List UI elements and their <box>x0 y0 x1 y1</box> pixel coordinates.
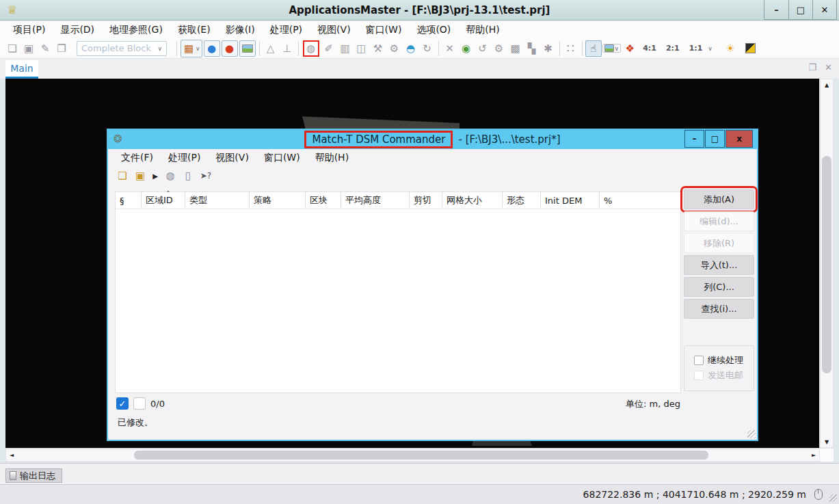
dialog-menu-process[interactable]: 处理(P) <box>161 152 208 164</box>
table-header-row: § 区域ID ˆ 类型 策略 区块 平均高度 剪切 网格大小 形态 Init D… <box>116 192 680 209</box>
minimize-button[interactable]: – <box>764 0 788 19</box>
table-body[interactable] <box>116 209 680 393</box>
scroll-up-icon[interactable]: ▲ <box>821 79 833 90</box>
col-grid-size[interactable]: 网格大小 <box>442 192 503 209</box>
col-type[interactable]: 类型 <box>185 192 250 209</box>
image-view-icon[interactable] <box>239 40 256 57</box>
menu-project[interactable]: 项目(P) <box>5 24 53 36</box>
toolbar-separator <box>176 41 177 56</box>
col-strategy[interactable]: 策略 <box>250 192 306 209</box>
plumb-icon: ⊥ <box>279 40 295 57</box>
pan-hand-icon[interactable]: ☝ <box>585 40 602 57</box>
continue-processing-checkbox[interactable] <box>694 356 704 365</box>
scroll-right-icon[interactable]: ► <box>808 449 819 461</box>
chevron-down-icon[interactable]: ∨ <box>157 45 162 52</box>
dialog-maximize-button[interactable]: □ <box>705 130 725 148</box>
col-clip[interactable]: 剪切 <box>410 192 442 209</box>
save-project-icon[interactable]: ▣ <box>21 40 37 57</box>
menu-process[interactable]: 处理(P) <box>263 24 310 36</box>
copy-image-icon[interactable]: ❐ <box>53 40 70 57</box>
open-project-icon[interactable]: ❏ <box>4 40 21 57</box>
menu-view[interactable]: 视图(V) <box>310 24 358 36</box>
context-help-icon[interactable]: ➤? <box>197 168 215 184</box>
dialog-minimize-button[interactable]: – <box>684 130 704 148</box>
col-percent[interactable]: % <box>600 192 680 209</box>
zoom-2-1-button[interactable]: 2:1 <box>666 44 680 53</box>
selection-counter: 0/0 <box>150 399 165 409</box>
menu-display[interactable]: 显示(D) <box>53 24 102 36</box>
horizontal-scroll-thumb[interactable] <box>134 451 708 460</box>
maximize-button[interactable]: □ <box>788 0 812 19</box>
col-avg-height[interactable]: 平均高度 <box>341 192 410 209</box>
import-button[interactable]: 导入(t)... <box>684 255 754 275</box>
col-init-dem[interactable]: Init DEM <box>541 192 600 209</box>
dialog-save-icon[interactable]: ▣ <box>131 168 149 184</box>
col-section[interactable]: § <box>116 192 142 209</box>
dialog-toolbar: ❏ ▣ ▶ ◍ ▯ ➤? <box>108 167 757 185</box>
fit-view-icon[interactable]: ❖ <box>622 40 638 57</box>
units-label: 单位: m, deg <box>626 398 680 410</box>
image-thumbnail-icon <box>242 44 253 53</box>
overview-zoom-button[interactable]: ∨ <box>602 44 622 53</box>
select-all-checkbox[interactable]: ✓ <box>116 397 129 410</box>
add-button[interactable]: 添加(A) <box>684 189 754 209</box>
block-grid-button[interactable]: ▦ ∨ <box>181 40 202 57</box>
zoom-4-1-button[interactable]: 4:1 <box>643 44 656 53</box>
menu-options[interactable]: 选项(O) <box>409 24 458 36</box>
dialog-open-icon[interactable]: ❏ <box>114 168 131 184</box>
col-area-id[interactable]: 区域ID ˆ <box>142 192 185 209</box>
dialog-window-controls: – □ x <box>684 130 753 148</box>
menu-acquire[interactable]: 获取(E) <box>170 24 218 36</box>
find-button[interactable]: 查找(i)... <box>684 299 754 319</box>
col-block[interactable]: 区块 <box>306 192 341 209</box>
dialog-close-button[interactable]: x <box>725 130 753 148</box>
edit-project-icon[interactable]: ✎ <box>37 40 53 57</box>
toolbar-separator <box>559 41 560 56</box>
match-t-dsm-icon[interactable]: ◍ <box>303 40 319 57</box>
chevron-down-icon[interactable]: ∨ <box>708 45 713 52</box>
red-sphere-check-icon[interactable]: ● <box>222 40 238 57</box>
vertical-scroll-thumb[interactable] <box>822 156 831 373</box>
menu-window[interactable]: 窗口(W) <box>358 24 410 36</box>
horizontal-scrollbar[interactable]: ◄ ► <box>5 449 820 462</box>
menu-imagery[interactable]: 影像(I) <box>218 24 263 36</box>
toolbar-separator <box>298 41 299 56</box>
dialog-menu-help[interactable]: 帮助(H) <box>308 152 356 164</box>
continue-processing-row[interactable]: 继续处理 <box>694 353 754 368</box>
menu-help[interactable]: 帮助(H) <box>458 24 507 36</box>
dialog-title-path: - [F:\BJ3\...\test.prj*] <box>458 133 560 146</box>
rotate-icon: ↻ <box>419 40 436 57</box>
blue-sphere-icon[interactable]: ● <box>204 40 220 57</box>
camera-icon: ◫ <box>354 40 370 57</box>
send-email-row: 发送电邮 <box>694 368 754 383</box>
resize-grip[interactable] <box>747 430 756 438</box>
close-tab-icon[interactable]: ✕ <box>825 62 832 72</box>
col-shape[interactable]: 形态 <box>503 192 541 209</box>
window-resize-grip[interactable] <box>829 494 837 502</box>
filter-checkbox[interactable] <box>133 397 146 410</box>
zoom-1-1-button[interactable]: 1:1 <box>689 44 703 53</box>
close-button[interactable]: ✕ <box>812 0 836 19</box>
scroll-down-icon[interactable]: ▼ <box>821 436 833 447</box>
dialog-menu-window[interactable]: 窗口(W) <box>256 152 308 164</box>
bottom-panel: 输出日志 <box>0 463 839 484</box>
output-log-button[interactable]: 输出日志 <box>5 468 62 483</box>
brightness-icon[interactable]: ☀ <box>722 40 738 57</box>
contrast-icon[interactable] <box>743 40 759 57</box>
image-eye-icon[interactable]: ◉ <box>458 40 475 57</box>
main-window-title: ApplicationsMaster - [F:\BJ3\prj-13.1\te… <box>0 0 839 21</box>
restore-window-icon[interactable]: ❐ <box>808 62 816 72</box>
dialog-menu-file[interactable]: 文件(F) <box>114 152 161 164</box>
run-icon[interactable]: ▶ <box>149 168 161 184</box>
dialog-status-text: 已修改。 <box>118 416 153 429</box>
block-combo[interactable]: Complete Block ∨ <box>77 41 167 56</box>
columns-button[interactable]: 列(C)... <box>684 277 754 297</box>
chisel-icon: ✐ <box>321 40 337 57</box>
menu-georeference[interactable]: 地理参照(G) <box>102 24 170 36</box>
vertical-scrollbar[interactable]: ▲ ▼ <box>820 79 834 448</box>
tab-main[interactable]: Main <box>5 60 38 79</box>
scroll-left-icon[interactable]: ◄ <box>6 449 17 461</box>
process-options-group: 继续处理 发送电邮 <box>684 345 754 391</box>
gear-icon: ⚙ <box>491 40 507 57</box>
dialog-menu-view[interactable]: 视图(V) <box>208 152 256 164</box>
